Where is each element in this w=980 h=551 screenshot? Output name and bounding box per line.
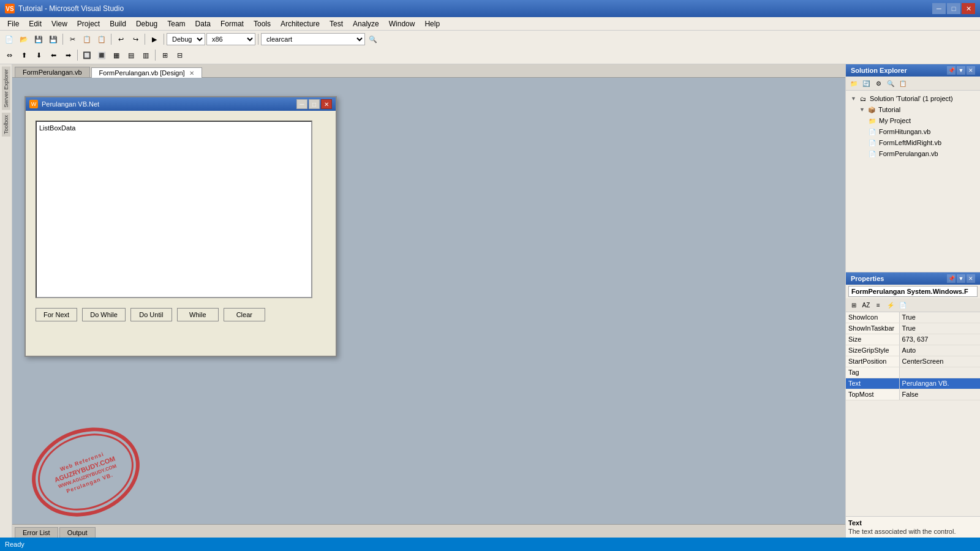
tree-form-hitungan[interactable]: 📄 FormHitungan.vb — [865, 126, 978, 137]
tb2-12[interactable]: ⊟ — [173, 49, 186, 61]
prop-row-text[interactable]: Text Perulangan VB. — [846, 378, 980, 389]
se-tb-btn-2[interactable]: 🔄 — [861, 78, 872, 89]
btn-do-while[interactable]: Do While — [82, 308, 126, 321]
prop-row-size[interactable]: Size 673, 637 — [846, 334, 980, 345]
menu-build[interactable]: Build — [105, 18, 131, 29]
tab-design[interactable]: FormPerulangan.vb [Design] ✕ — [91, 67, 202, 78]
tb2-2[interactable]: ⬆ — [17, 49, 31, 61]
prop-dropdown-btn[interactable]: ▼ — [957, 274, 965, 283]
tab-close-icon[interactable]: ✕ — [189, 70, 194, 77]
menu-project[interactable]: Project — [72, 18, 105, 29]
prop-row-showintaskbar[interactable]: ShowInTaskbar True — [846, 323, 980, 334]
prop-tb-alphabetical[interactable]: AZ — [861, 299, 872, 310]
tb-paste[interactable]: 📋 — [95, 33, 108, 45]
tb2-1[interactable]: ⇔ — [2, 49, 16, 61]
close-button[interactable]: ✕ — [962, 3, 975, 14]
btn-clear[interactable]: Clear — [224, 308, 265, 321]
menu-view[interactable]: View — [47, 18, 72, 29]
prop-pin-btn[interactable]: 📌 — [947, 274, 956, 283]
se-pin-btn[interactable]: 📌 — [947, 66, 956, 75]
listbox-data[interactable]: ListBoxData — [36, 121, 312, 298]
form-minimize-btn[interactable]: ─ — [296, 99, 307, 109]
tb-cut[interactable]: ✂ — [66, 33, 79, 45]
solution-explorer-header-controls: 📌 ▼ ✕ — [947, 66, 975, 75]
prop-tb-propertypages[interactable]: 📄 — [897, 299, 908, 310]
menu-data[interactable]: Data — [190, 18, 216, 29]
tb2-7[interactable]: 🔳 — [95, 49, 108, 61]
prop-close-btn[interactable]: ✕ — [967, 274, 975, 283]
se-tb-btn-3[interactable]: ⚙ — [873, 78, 884, 89]
tb-new-project[interactable]: 📄 — [2, 33, 16, 45]
tb2-4[interactable]: ⬅ — [47, 49, 60, 61]
tb-redo[interactable]: ↪ — [129, 33, 142, 45]
prop-row-tag[interactable]: Tag — [846, 367, 980, 378]
tb2-11[interactable]: ⊞ — [158, 49, 172, 61]
menu-format[interactable]: Format — [216, 18, 249, 29]
tab-error-list[interactable]: Error List — [15, 527, 58, 538]
prop-tb-events[interactable]: ⚡ — [885, 299, 896, 310]
search-dropdown[interactable]: clearcart — [261, 33, 365, 45]
btn-while[interactable]: While — [177, 308, 219, 321]
tb-open[interactable]: 📂 — [17, 33, 31, 45]
tb-save[interactable]: 💾 — [32, 33, 45, 45]
toolbox-tab[interactable]: Toolbox — [2, 113, 10, 137]
prop-row-showicon[interactable]: ShowIcon True — [846, 312, 980, 323]
tree-my-project[interactable]: 📁 My Project — [865, 115, 978, 126]
tb2-3[interactable]: ⬇ — [32, 49, 45, 61]
tb-run[interactable]: ▶ — [148, 33, 161, 45]
tb-search[interactable]: 🔍 — [366, 33, 380, 45]
se-tb-btn-4[interactable]: 🔍 — [885, 78, 896, 89]
se-tb-btn-1[interactable]: 📁 — [848, 78, 859, 89]
tb-undo[interactable]: ↩ — [114, 33, 127, 45]
menu-analyze[interactable]: Analyze — [348, 18, 384, 29]
menu-test[interactable]: Test — [325, 18, 348, 29]
tree-form-perulangan[interactable]: 📄 FormPerulangan.vb — [865, 148, 978, 159]
btn-do-until[interactable]: Do Until — [130, 308, 172, 321]
tree-solution[interactable]: ▼ 🗂 Solution 'Tutorial' (1 project) — [848, 93, 978, 104]
menu-debug[interactable]: Debug — [131, 18, 162, 29]
prop-tb-categorized[interactable]: ⊞ — [848, 299, 859, 310]
menu-help[interactable]: Help — [420, 18, 445, 29]
title-bar-left: VS Tutorial - Microsoft Visual Studio — [5, 4, 124, 13]
menu-file[interactable]: File — [2, 18, 24, 29]
tree-project[interactable]: ▼ 📦 Tutorial — [857, 104, 978, 115]
tree-form-leftmidright[interactable]: 📄 FormLeftMidRight.vb — [865, 137, 978, 148]
server-explorer-tab[interactable]: Server Explorer — [2, 67, 10, 110]
form-window[interactable]: W Perulangan VB.Net ─ □ ✕ ListBoxData — [24, 96, 337, 357]
se-close-btn[interactable]: ✕ — [967, 66, 975, 75]
prop-row-topmost[interactable]: TopMost False — [846, 389, 980, 400]
tb2-sep-1 — [77, 50, 78, 61]
form-maximize-btn[interactable]: □ — [309, 99, 320, 109]
menu-team[interactable]: Team — [162, 18, 190, 29]
se-dropdown-btn[interactable]: ▼ — [957, 66, 965, 75]
tab-output[interactable]: Output — [59, 527, 96, 538]
form-body: ListBoxData For Next Do While Do Until W… — [26, 111, 336, 356]
menu-architecture[interactable]: Architecture — [276, 18, 325, 29]
tb2-8[interactable]: ▦ — [110, 49, 123, 61]
form-close-btn[interactable]: ✕ — [321, 99, 332, 109]
prop-row-startposition[interactable]: StartPosition CenterScreen — [846, 356, 980, 367]
tb2-10[interactable]: ▥ — [139, 49, 153, 61]
tb-save-all[interactable]: 💾 — [47, 33, 60, 45]
maximize-button[interactable]: □ — [947, 3, 960, 14]
title-bar-controls: ─ □ ✕ — [932, 3, 975, 14]
tb2-sep-2 — [155, 50, 156, 61]
platform-dropdown[interactable]: x86 — [206, 33, 255, 45]
se-tb-btn-5[interactable]: 📋 — [897, 78, 908, 89]
tb-sep-2 — [111, 34, 111, 45]
tab-code[interactable]: FormPerulangan.vb — [15, 67, 90, 77]
menu-window[interactable]: Window — [384, 18, 420, 29]
btn-for-next[interactable]: For Next — [36, 308, 77, 321]
prop-tb-properties[interactable]: ≡ — [873, 299, 884, 310]
tb2-9[interactable]: ▤ — [124, 49, 138, 61]
prop-object-name[interactable]: FormPerulangan System.Windows.F — [848, 286, 978, 297]
debug-config-dropdown[interactable]: Debug — [167, 33, 205, 45]
minimize-button[interactable]: ─ — [932, 3, 946, 14]
menu-edit[interactable]: Edit — [24, 18, 47, 29]
tb2-6[interactable]: 🔲 — [80, 49, 94, 61]
prop-row-sizegripstyle[interactable]: SizeGripStyle Auto — [846, 345, 980, 356]
tb2-5[interactable]: ➡ — [61, 49, 75, 61]
stamp-text-2: AGUZRYBUDY.COM — [53, 454, 116, 483]
tb-copy[interactable]: 📋 — [80, 33, 94, 45]
menu-tools[interactable]: Tools — [249, 18, 276, 29]
